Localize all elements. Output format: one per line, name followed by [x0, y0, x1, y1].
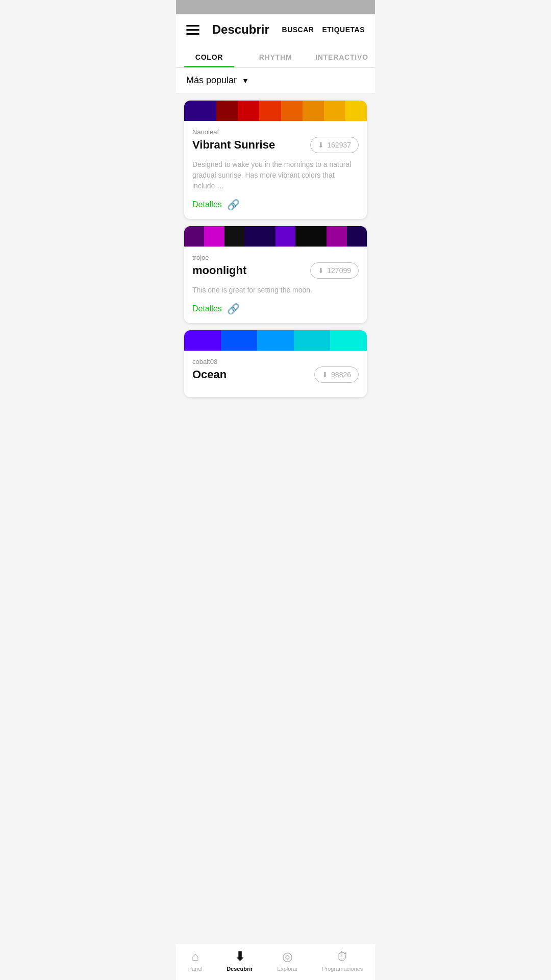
- compass-icon: ◎: [282, 949, 293, 964]
- card-list: Nanoleaf Vibrant Sunrise ⬇ 162937 Design…: [176, 93, 375, 445]
- card-vibrant-sunrise: Nanoleaf Vibrant Sunrise ⬇ 162937 Design…: [184, 101, 367, 219]
- color-strip-2: [184, 226, 367, 247]
- strip-seg: [347, 226, 367, 247]
- card-title-1: Vibrant Sunrise: [192, 138, 275, 152]
- nav-explorar-label: Explorar: [277, 966, 298, 972]
- card-title-3: Ocean: [192, 368, 227, 381]
- nav-explorar[interactable]: ◎ Explorar: [277, 949, 298, 972]
- card-ocean: cobalt08 Ocean ⬇ 98826: [184, 330, 367, 397]
- sort-chevron-icon: ▼: [242, 77, 249, 85]
- download-icon-3: ⬇: [322, 371, 328, 379]
- tab-rhythm[interactable]: RHYTHM: [242, 45, 309, 67]
- download-count-1: 162937: [327, 141, 351, 149]
- card-body-3: cobalt08 Ocean ⬇ 98826: [184, 351, 367, 397]
- strip-seg: [259, 101, 281, 121]
- strip-seg: [294, 330, 331, 351]
- tab-interactivo[interactable]: INTERACTIVO: [309, 45, 375, 67]
- status-bar: [176, 0, 375, 14]
- strip-seg: [327, 226, 346, 247]
- strip-seg: [281, 101, 303, 121]
- bottom-nav: ⌂ Panel ⬇ Descubrir ◎ Explorar ⏱ Program…: [176, 944, 375, 980]
- color-strip-3: [184, 330, 367, 351]
- download-cloud-icon: ⬇: [235, 949, 245, 964]
- buscar-button[interactable]: BUSCAR: [282, 26, 314, 34]
- header-title: Descubrir: [212, 22, 269, 37]
- download-icon-1: ⬇: [318, 141, 324, 149]
- color-strip-1: [184, 101, 367, 121]
- home-icon: ⌂: [191, 949, 199, 964]
- menu-icon[interactable]: [186, 25, 199, 35]
- nav-panel-label: Panel: [188, 966, 203, 972]
- card-desc-1: Designed to wake you in the mornings to …: [192, 159, 359, 191]
- nav-programaciones-label: Programaciones: [322, 966, 363, 972]
- header: Descubrir BUSCAR ETIQUETAS: [176, 14, 375, 45]
- strip-seg: [221, 330, 258, 351]
- strip-seg: [224, 226, 244, 247]
- nav-panel[interactable]: ⌂ Panel: [188, 949, 203, 972]
- card-body-1: Nanoleaf Vibrant Sunrise ⬇ 162937 Design…: [184, 121, 367, 219]
- etiquetas-button[interactable]: ETIQUETAS: [322, 26, 365, 34]
- sort-label: Más popular: [186, 75, 237, 86]
- link-icon-2: 🔗: [227, 303, 240, 315]
- card-footer-2: Detalles 🔗: [192, 303, 359, 315]
- details-link-2[interactable]: Detalles: [192, 304, 222, 313]
- card-author-1: Nanoleaf: [192, 128, 359, 136]
- tab-color[interactable]: COLOR: [176, 45, 242, 67]
- card-author-2: trojoe: [192, 254, 359, 261]
- strip-seg: [276, 226, 295, 247]
- card-title-2: moonlight: [192, 264, 246, 277]
- download-icon-2: ⬇: [318, 266, 324, 275]
- strip-seg: [204, 226, 224, 247]
- download-button-1[interactable]: ⬇ 162937: [310, 137, 359, 153]
- card-body-2: trojoe moonlight ⬇ 127099 This one is gr…: [184, 247, 367, 323]
- strip-seg: [324, 101, 345, 121]
- card-footer-1: Detalles 🔗: [192, 199, 359, 211]
- download-count-2: 127099: [327, 266, 351, 275]
- strip-seg: [238, 101, 259, 121]
- strip-seg: [184, 226, 204, 247]
- link-icon-1: 🔗: [227, 199, 240, 211]
- details-link-1[interactable]: Detalles: [192, 200, 222, 209]
- sort-bar[interactable]: Más popular ▼: [176, 68, 375, 93]
- card-title-row-1: Vibrant Sunrise ⬇ 162937: [192, 137, 359, 153]
- card-moonlight: trojoe moonlight ⬇ 127099 This one is gr…: [184, 226, 367, 323]
- strip-seg: [216, 101, 238, 121]
- card-author-3: cobalt08: [192, 358, 359, 365]
- download-button-2[interactable]: ⬇ 127099: [310, 262, 359, 279]
- download-count-3: 98826: [331, 371, 351, 379]
- nav-descubrir-label: Descubrir: [227, 966, 253, 972]
- header-actions: BUSCAR ETIQUETAS: [282, 26, 365, 34]
- nav-programaciones[interactable]: ⏱ Programaciones: [322, 949, 363, 972]
- strip-seg: [184, 101, 216, 121]
- nav-descubrir[interactable]: ⬇ Descubrir: [227, 949, 253, 972]
- strip-seg: [184, 330, 221, 351]
- strip-seg: [295, 226, 327, 247]
- tab-bar: COLOR RHYTHM INTERACTIVO: [176, 45, 375, 68]
- card-desc-2: This one is great for setting the moon.: [192, 285, 359, 296]
- strip-seg: [257, 330, 294, 351]
- download-button-3[interactable]: ⬇ 98826: [314, 366, 359, 383]
- strip-seg: [244, 226, 276, 247]
- strip-seg: [345, 101, 367, 121]
- card-title-row-2: moonlight ⬇ 127099: [192, 262, 359, 279]
- clock-icon: ⏱: [336, 949, 348, 964]
- strip-seg: [330, 330, 367, 351]
- strip-seg: [303, 101, 324, 121]
- card-title-row-3: Ocean ⬇ 98826: [192, 366, 359, 383]
